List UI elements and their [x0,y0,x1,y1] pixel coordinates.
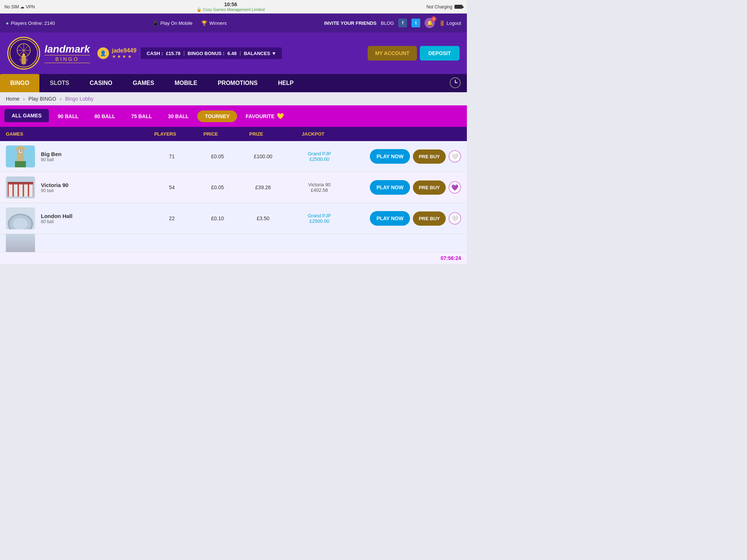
game-name: Big Ben [41,151,148,157]
nav-item-games[interactable]: GAMES [123,74,165,92]
favourite-button[interactable]: 🤍 [449,212,461,225]
breadcrumb-home[interactable]: Home [6,96,19,102]
notifications-icon[interactable]: 🔔 0 [425,18,435,28]
balance-separator: | [183,50,185,56]
winners-link[interactable]: 🏆 Winners [201,20,227,26]
logo-circle [7,37,40,70]
logo-svg [9,39,38,68]
main-nav: BINGO SLOTS CASINO GAMES MOBILE PROMOTIO… [0,74,467,92]
game-actions: PLAY NOW PRE BUY 🤍 [354,149,461,164]
game-type: 90 ball [41,157,148,162]
play-now-button[interactable]: PLAY NOW [370,149,410,164]
mobile-icon: 📱 [152,20,158,26]
play-on-mobile-link[interactable]: 📱 Play On Mobile [152,20,193,26]
header-jackpot: JACKPOT [279,131,347,137]
chevron-down-icon: ▼ [272,51,276,56]
svg-rect-15 [18,146,23,148]
nav-item-mobile[interactable]: MOBILE [165,74,208,92]
game-jackpot: Grand PJP £2500.00 [287,151,352,162]
svg-rect-8 [23,54,25,55]
tab-80-ball[interactable]: 80 BALL [87,110,123,123]
table-header: GAMES PLAYERS PRICE PRIZE JACKPOT [0,127,467,141]
tab-30-ball[interactable]: 30 BALL [161,110,196,123]
jackpot-line2: £402.58 [287,187,352,193]
logout-button[interactable]: 🚪 Logout [439,20,461,26]
game-actions: PLAY NOW PRE BUY 💜 [354,180,461,195]
game-jackpot: Grand PJP £2500.00 [287,213,352,224]
game-players: 54 [151,184,193,190]
svg-rect-25 [19,184,23,197]
game-list: Big Ben 90 ball 71 £0.05 £100.00 Grand P… [0,141,467,234]
deposit-button[interactable]: DEPOSIT [420,46,460,61]
bingo-label: BINGO [44,55,90,63]
battery-icon [454,5,462,9]
jackpot-line2: £2500.00 [287,156,352,162]
pre-buy-button[interactable]: PRE BUY [413,180,446,195]
nav-item-bingo[interactable]: BINGO [0,74,39,92]
header: landmark BINGO 👤 jade9449 ★ ★ ★ ★ CASH :… [0,32,467,74]
nav-item-help[interactable]: HELP [268,74,304,92]
players-online: ● Players Online: 2140 [6,20,55,26]
game-actions: PLAY NOW PRE BUY 🤍 [354,211,461,226]
game-price: £0.10 [196,215,239,221]
tab-90-ball[interactable]: 90 BALL [50,110,86,123]
svg-rect-27 [29,184,33,197]
tab-75-ball[interactable]: 75 BALL [124,110,159,123]
game-thumb [6,176,35,198]
header-prize: PRIZE [233,131,279,137]
blog-link[interactable]: BLOG [381,20,394,26]
favourite-button[interactable]: 🤍 [449,150,461,163]
status-left: No SIM ☁ VPN [4,4,35,9]
cash-value: £15.78 [166,51,181,56]
header-games: GAMES [6,131,142,137]
header-players: PLAYERS [142,131,188,137]
game-thumb [6,207,35,229]
partial-thumb [6,234,35,252]
svg-rect-22 [8,182,33,184]
players-online-label: Players Online: 2140 [11,20,55,26]
status-center: 10:56 🔒 Cozy Games Management Limited [197,1,264,12]
nav-item-slots[interactable]: SLOTS [39,74,79,92]
bottom-bar: 07:56:24 [0,252,467,264]
svg-rect-19 [15,161,26,167]
username-label: jade9449 [112,47,137,54]
my-account-button[interactable]: MY ACCOUNT [368,46,417,61]
logo-area: landmark BINGO [7,37,90,70]
game-type: 80 ball [41,219,148,224]
invite-friends-link[interactable]: INVITE YOUR FRIENDS [324,20,377,26]
favourite-heart-icon: 💛 [277,113,284,120]
table-row: London Hall 80 ball 22 £0.10 £3.50 Grand… [0,203,467,234]
logout-icon: 🚪 [439,20,445,26]
avatar-icon: 👤 [100,50,106,56]
tab-tourney[interactable]: TOURNEY [197,110,237,122]
svg-rect-26 [24,184,28,197]
facebook-icon[interactable]: f [398,19,407,27]
clock-icon [449,77,461,89]
nav-item-promotions[interactable]: PROMOTIONS [208,74,268,92]
game-filter-tabs: ALL GAMES 90 BALL 80 BALL 75 BALL 30 BAL… [0,105,467,127]
tab-all-games[interactable]: ALL GAMES [4,109,49,123]
breadcrumb-play-bingo[interactable]: Play BINGO [28,96,56,102]
game-jackpot: Victoria 90 £402.58 [287,182,352,193]
partial-game-row [0,234,467,252]
nav-item-casino[interactable]: CASINO [80,74,123,92]
trophy-icon: 🏆 [201,20,207,26]
jackpot-line1: Grand PJP [287,213,352,218]
svg-rect-24 [14,184,18,197]
twitter-icon[interactable]: t [411,19,420,27]
timestamp: 07:56:24 [441,255,461,261]
game-players: 71 [151,153,193,159]
pre-buy-button[interactable]: PRE BUY [413,149,446,164]
tab-favourite[interactable]: FAVOURITE 💛 [239,109,291,123]
favourite-button[interactable]: 💜 [449,181,461,194]
user-info: 👤 jade9449 ★ ★ ★ ★ [97,47,137,59]
play-now-button[interactable]: PLAY NOW [370,180,410,195]
user-details: jade9449 ★ ★ ★ ★ [112,47,137,59]
game-players: 22 [151,215,193,221]
cash-label: CASH : [147,51,163,56]
play-now-button[interactable]: PLAY NOW [370,211,410,226]
game-prize: £39.26 [242,184,285,190]
battery-fill [455,5,462,8]
balances-dropdown[interactable]: BALANCES ▼ [244,51,276,56]
pre-buy-button[interactable]: PRE BUY [413,211,446,226]
